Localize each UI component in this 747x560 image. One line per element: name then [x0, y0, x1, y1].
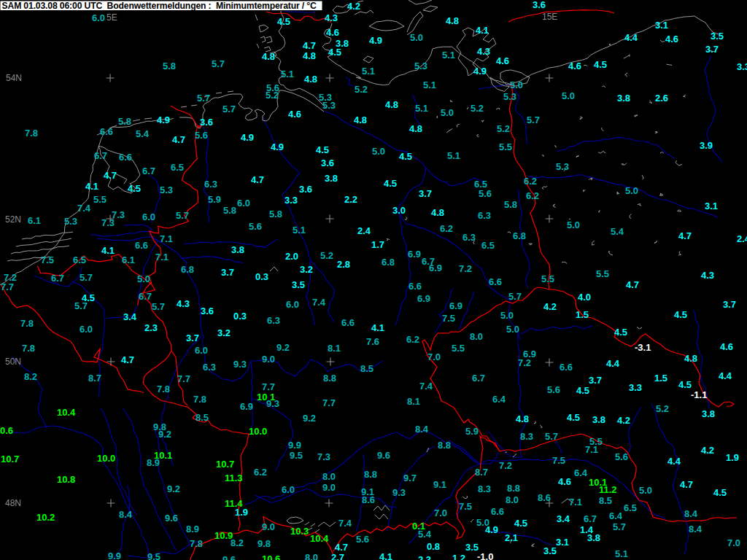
svg-text:8.4: 8.4 [119, 509, 133, 520]
svg-text:4.6: 4.6 [288, 109, 301, 120]
svg-text:5.4: 5.4 [136, 128, 150, 139]
svg-text:3.2: 3.2 [300, 264, 313, 275]
svg-text:3.4: 3.4 [557, 513, 570, 524]
svg-text:2.8: 2.8 [337, 259, 350, 270]
svg-text:4.9: 4.9 [271, 141, 284, 152]
svg-text:9.2: 9.2 [167, 483, 180, 494]
svg-text:4.4: 4.4 [667, 456, 681, 467]
svg-text:4.2: 4.2 [617, 415, 630, 426]
svg-text:5.6: 5.6 [615, 451, 628, 462]
svg-text:7.2: 7.2 [499, 460, 512, 471]
svg-text:4.8: 4.8 [304, 74, 317, 85]
svg-text:0.6: 0.6 [0, 425, 13, 436]
svg-text:6.8: 6.8 [181, 264, 194, 275]
svg-text:9.0: 9.0 [262, 521, 275, 532]
svg-text:3.1: 3.1 [705, 201, 718, 211]
svg-text:SAM 01.03.08 06:00 UTC Bodenw: SAM 01.03.08 06:00 UTC Bodenwettermeldun… [2, 1, 317, 11]
svg-text:10.4: 10.4 [310, 533, 329, 544]
svg-text:2.4: 2.4 [737, 233, 747, 244]
svg-text:4.3: 4.3 [701, 270, 714, 281]
svg-text:8.5: 8.5 [360, 363, 374, 374]
svg-text:6.5: 6.5 [624, 502, 637, 513]
svg-text:3.5: 3.5 [711, 31, 724, 42]
svg-text:9.1: 9.1 [433, 479, 446, 490]
svg-text:5.5: 5.5 [589, 436, 603, 447]
svg-text:10.7: 10.7 [216, 459, 234, 470]
svg-text:9.2: 9.2 [276, 342, 290, 353]
svg-text:4.5: 4.5 [277, 16, 290, 27]
svg-text:8.5: 8.5 [196, 412, 209, 423]
svg-text:9.3: 9.3 [392, 487, 406, 498]
svg-text:9.8: 9.8 [258, 538, 271, 549]
svg-text:4.8: 4.8 [446, 15, 459, 26]
svg-text:9.0: 9.0 [262, 354, 275, 365]
svg-text:6.5: 6.5 [73, 254, 86, 265]
svg-text:5.1: 5.1 [293, 225, 306, 236]
svg-text:10.3: 10.3 [290, 526, 309, 537]
svg-text:9.2: 9.2 [158, 429, 171, 440]
svg-text:1.9: 1.9 [235, 507, 248, 518]
svg-text:5.5: 5.5 [596, 268, 609, 279]
svg-text:5.0: 5.0 [625, 185, 638, 196]
svg-text:8.7: 8.7 [475, 467, 488, 478]
svg-text:7.1: 7.1 [569, 497, 582, 508]
svg-text:3.7: 3.7 [186, 332, 199, 343]
svg-text:8.8: 8.8 [323, 373, 336, 384]
svg-text:7.4: 7.4 [77, 203, 91, 214]
svg-text:5.5: 5.5 [499, 141, 512, 152]
svg-text:6.2: 6.2 [440, 223, 453, 234]
svg-text:4.5: 4.5 [399, 151, 412, 162]
svg-text:8.4: 8.4 [689, 524, 703, 534]
svg-text:4.3: 4.3 [477, 46, 490, 57]
svg-text:2.2: 2.2 [344, 194, 357, 205]
svg-text:5.4: 5.4 [611, 226, 624, 237]
svg-text:6.7: 6.7 [584, 513, 597, 524]
svg-text:7.8: 7.8 [193, 394, 206, 405]
svg-text:4.7: 4.7 [121, 354, 134, 365]
svg-text:7.4: 7.4 [312, 297, 326, 308]
svg-text:3.7: 3.7 [705, 44, 719, 55]
svg-text:6.0: 6.0 [195, 345, 208, 356]
svg-text:5.1: 5.1 [362, 66, 375, 77]
svg-text:8.4: 8.4 [415, 424, 429, 435]
svg-text:4.6: 4.6 [665, 34, 678, 44]
svg-text:6.7: 6.7 [94, 150, 107, 161]
svg-text:4.9: 4.9 [241, 132, 254, 143]
svg-text:8.6: 8.6 [362, 494, 375, 505]
svg-text:10.2: 10.2 [36, 512, 55, 523]
svg-text:7.8: 7.8 [20, 318, 34, 329]
svg-text:7.8: 7.8 [25, 128, 38, 139]
svg-text:7.3: 7.3 [101, 217, 115, 228]
svg-text:6.9: 6.9 [240, 401, 253, 412]
svg-text:5.8: 5.8 [163, 61, 176, 71]
svg-text:7.3: 7.3 [317, 451, 330, 462]
svg-text:3.4: 3.4 [123, 311, 137, 322]
svg-text:4.7: 4.7 [680, 479, 693, 490]
svg-text:5.4: 5.4 [418, 529, 432, 540]
svg-text:5E: 5E [107, 12, 117, 23]
svg-text:2.4: 2.4 [357, 225, 371, 236]
svg-text:3.6: 3.6 [321, 158, 334, 168]
svg-text:1.5: 1.5 [576, 309, 589, 320]
svg-text:-3.1: -3.1 [635, 342, 651, 353]
svg-text:5.8: 5.8 [269, 209, 282, 219]
svg-text:8.1: 8.1 [328, 343, 341, 354]
svg-text:4.6: 4.6 [720, 341, 733, 352]
svg-text:8.9: 8.9 [186, 524, 199, 534]
svg-text:6.9: 6.9 [429, 262, 442, 273]
svg-text:6.9: 6.9 [408, 249, 421, 260]
svg-text:4.8: 4.8 [431, 207, 444, 218]
svg-text:6.3: 6.3 [462, 232, 476, 243]
svg-text:6.1: 6.1 [122, 254, 135, 265]
svg-text:8.9: 8.9 [147, 457, 160, 468]
svg-text:4.5: 4.5 [384, 178, 397, 189]
svg-text:1.9: 1.9 [726, 452, 739, 463]
svg-text:5.5: 5.5 [541, 273, 554, 284]
svg-text:7.8: 7.8 [157, 384, 170, 394]
svg-text:9.9: 9.9 [108, 551, 121, 560]
svg-text:3.8: 3.8 [325, 173, 338, 184]
svg-text:5.6: 5.6 [547, 384, 560, 395]
svg-text:5.3: 5.3 [503, 91, 516, 102]
svg-text:5.2: 5.2 [497, 123, 510, 134]
svg-text:6.3: 6.3 [203, 362, 216, 373]
